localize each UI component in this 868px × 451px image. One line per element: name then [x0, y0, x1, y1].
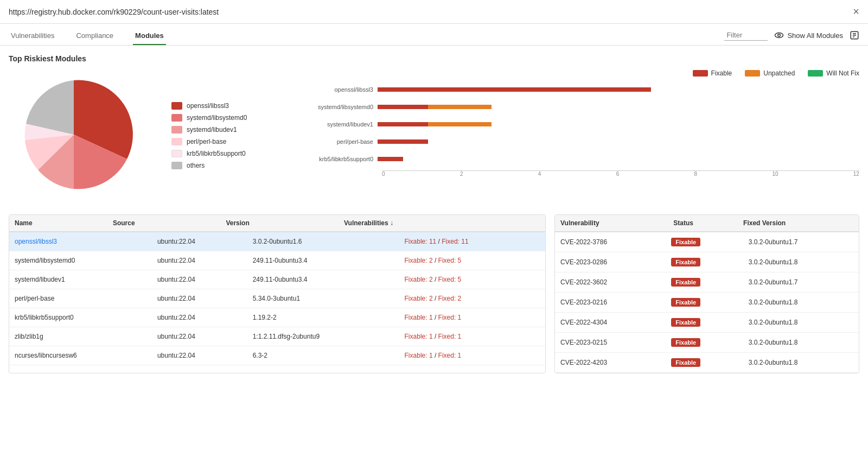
bar-legend-fixable: Fixable — [693, 69, 732, 77]
col-version: Version — [220, 215, 339, 232]
fixable-count: Fixable: 2 — [405, 295, 433, 302]
bar-fixable — [378, 122, 428, 126]
cell-source: ubuntu:22.04 — [152, 270, 247, 289]
left-table-scroll[interactable]: openssl/libssl3 ubuntu:22.04 3.0.2-0ubun… — [9, 232, 545, 365]
col-vulnerability: Vulnerability — [555, 215, 668, 232]
col-name: Name — [9, 215, 107, 232]
legend-color-perlbase — [171, 138, 182, 145]
svg-point-1 — [778, 34, 781, 37]
cell-status: Fixable — [666, 313, 743, 333]
cell-vulnerabilities: Fixable: 1 / Fixed: 1 — [399, 308, 545, 327]
table-row[interactable]: krb5/libkrb5support0 ubuntu:22.04 1.19.2… — [9, 308, 545, 327]
right-table-scroll[interactable]: CVE-2022-3786 Fixable 3.0.2-0ubuntu1.7 C… — [555, 232, 859, 373]
legend-item-openssl: openssl/libssl3 — [171, 102, 280, 110]
cell-version: 249.11-0ubuntu3.4 — [247, 270, 399, 289]
svg-point-0 — [775, 33, 783, 38]
vuln-row[interactable]: CVE-2022-4203 Fixable 3.0.2-0ubuntu1.8 — [555, 353, 859, 373]
cell-source: ubuntu:22.04 — [152, 327, 247, 346]
vuln-row[interactable]: CVE-2022-4304 Fixable 3.0.2-0ubuntu1.8 — [555, 313, 859, 333]
fixed-count: Fixed: 1 — [438, 352, 462, 359]
cell-name: systemd/libudev1 — [9, 270, 152, 289]
title-bar: https://registry.hub.docker.com/rk90229/… — [0, 0, 868, 24]
cell-name: zlib/zlib1g — [9, 327, 152, 346]
table-row[interactable]: ncurses/libncursesw6 ubuntu:22.04 6.3-2 … — [9, 346, 545, 365]
table-row[interactable]: systemd/libudev1 ubuntu:22.04 249.11-0ub… — [9, 270, 545, 289]
tabs-bar: Vulnerabilities Compliance Modules Show … — [0, 24, 868, 46]
tab-modules[interactable]: Modules — [133, 27, 166, 45]
legend-color-others — [171, 162, 182, 169]
table-header-row: Name Source Version Vulnerabilities ↓ — [9, 215, 545, 232]
bar-label: openssl/libssl3 — [291, 86, 378, 93]
legend-item-krb5: krb5/libkrb5support0 — [171, 150, 280, 157]
bar-label: perl/perl-base — [291, 138, 378, 145]
window-url: https://registry.hub.docker.com/rk90229/… — [9, 8, 219, 16]
cell-name: krb5/libkrb5support0 — [9, 308, 152, 327]
fixed-count: Fixed: 11 — [442, 238, 468, 245]
cell-vulnerabilities: Fixable: 1 / Fixed: 1 — [399, 327, 545, 346]
right-table: Vulnerability Status Fixed Version CVE-2… — [554, 214, 859, 373]
cell-status: Fixable — [666, 272, 743, 293]
bar-axis: 024681012 — [382, 170, 859, 177]
bar-fixable — [378, 105, 428, 109]
fixable-count: Fixable: 1 — [405, 352, 433, 359]
fixable-count: Fixable: 2 — [405, 276, 433, 283]
col-source: Source — [107, 215, 220, 232]
bar-legend-color-unpatched — [745, 70, 760, 77]
axis-label: 2 — [460, 171, 463, 177]
bar-unpatched — [428, 105, 492, 109]
vuln-row[interactable]: CVE-2023-0216 Fixable 3.0.2-0ubuntu1.8 — [555, 293, 859, 313]
cell-version: 6.3-2 — [247, 346, 399, 365]
vuln-row[interactable]: CVE-2023-0286 Fixable 3.0.2-0ubuntu1.8 — [555, 252, 859, 272]
legend-color-krb5 — [171, 150, 182, 157]
cell-status: Fixable — [666, 333, 743, 353]
cell-vulnerabilities: Fixable: 2 / Fixed: 2 — [399, 289, 545, 308]
tab-vulnerabilities[interactable]: Vulnerabilities — [9, 27, 56, 45]
bar-fixable — [378, 157, 403, 161]
bar-unpatched — [428, 122, 492, 126]
vuln-row[interactable]: CVE-2022-3602 Fixable 3.0.2-0ubuntu1.7 — [555, 272, 859, 293]
legend-label-krb5: krb5/libkrb5support0 — [187, 150, 246, 157]
bar-legend-color-wontfix — [808, 70, 823, 77]
table-row[interactable]: systemd/libsystemd0 ubuntu:22.04 249.11-… — [9, 251, 545, 270]
bar-chart-area: Fixable Unpatched Will Not Fix openssl/l… — [291, 69, 859, 177]
top-chart-area: openssl/libssl3 systemd/libsystemd0 syst… — [9, 69, 859, 201]
cell-status: Fixable — [666, 232, 743, 252]
vuln-row[interactable]: CVE-2022-3786 Fixable 3.0.2-0ubuntu1.7 — [555, 232, 859, 252]
close-button[interactable]: × — [853, 5, 859, 18]
table-row[interactable]: zlib/zlib1g ubuntu:22.04 1:1.2.11.dfsg-2… — [9, 327, 545, 346]
axis-labels: 024681012 — [382, 171, 859, 177]
table-row[interactable]: openssl/libssl3 ubuntu:22.04 3.0.2-0ubun… — [9, 232, 545, 251]
axis-label: 12 — [853, 171, 859, 177]
bottom-tables: Name Source Version Vulnerabilities ↓ op… — [9, 214, 859, 373]
table-row[interactable]: perl/perl-base ubuntu:22.04 5.34.0-3ubun… — [9, 289, 545, 308]
bar-track — [378, 101, 859, 113]
bar-chart-legend: Fixable Unpatched Will Not Fix — [291, 69, 859, 77]
modules-table-body: openssl/libssl3 ubuntu:22.04 3.0.2-0ubun… — [9, 232, 545, 365]
status-badge: Fixable — [671, 318, 700, 327]
legend-label-libudev1: systemd/libudev1 — [187, 126, 237, 134]
cell-source: ubuntu:22.04 — [152, 289, 247, 308]
cell-fixed-version: 3.0.2-0ubuntu1.8 — [743, 313, 859, 333]
cell-name: perl/perl-base — [9, 289, 152, 308]
bar-track — [378, 153, 859, 165]
legend-label-openssl: openssl/libssl3 — [187, 102, 229, 110]
bar-row: perl/perl-base — [291, 136, 859, 148]
filter-input[interactable] — [724, 30, 768, 41]
legend-label-others: others — [187, 162, 205, 169]
fixed-count: Fixed: 1 — [438, 333, 462, 340]
modules-table: Name Source Version Vulnerabilities ↓ — [9, 215, 545, 232]
show-all-modules-button[interactable]: Show All Modules — [774, 30, 843, 40]
cell-vulnerabilities: Fixable: 1 / Fixed: 1 — [399, 346, 545, 365]
tabs-right: Show All Modules — [724, 30, 859, 45]
cell-version: 5.34.0-3ubuntu1 — [247, 289, 399, 308]
export-icon[interactable] — [850, 30, 859, 40]
vuln-row[interactable]: CVE-2023-0215 Fixable 3.0.2-0ubuntu1.8 — [555, 333, 859, 353]
cell-fixed-version: 3.0.2-0ubuntu1.8 — [743, 293, 859, 313]
left-table: Name Source Version Vulnerabilities ↓ op… — [9, 214, 546, 373]
section-title: Top Riskiest Modules — [9, 54, 859, 63]
pie-chart-container — [9, 69, 161, 201]
tab-compliance[interactable]: Compliance — [74, 27, 116, 45]
cell-cve: CVE-2022-4304 — [555, 313, 666, 333]
bar-row: openssl/libssl3 — [291, 84, 859, 96]
axis-label: 4 — [538, 171, 541, 177]
